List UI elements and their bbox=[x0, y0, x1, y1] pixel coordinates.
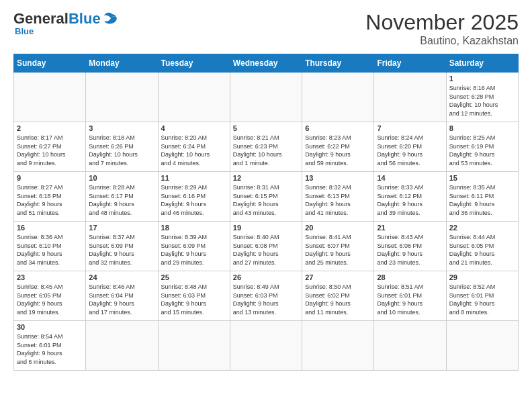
month-year-title: November 2025 bbox=[365, 10, 519, 35]
calendar-cell: 20Sunrise: 8:41 AM Sunset: 6:07 PM Dayli… bbox=[302, 222, 374, 271]
day-info: Sunrise: 8:45 AM Sunset: 6:05 PM Dayligh… bbox=[17, 283, 83, 316]
day-info: Sunrise: 8:44 AM Sunset: 6:05 PM Dayligh… bbox=[449, 233, 515, 267]
day-info: Sunrise: 8:33 AM Sunset: 6:12 PM Dayligh… bbox=[377, 183, 443, 217]
day-number: 9 bbox=[17, 174, 83, 182]
calendar-cell bbox=[302, 73, 374, 122]
day-number: 22 bbox=[449, 224, 515, 232]
day-number: 26 bbox=[233, 273, 299, 281]
calendar-cell: 24Sunrise: 8:46 AM Sunset: 6:04 PM Dayli… bbox=[86, 271, 158, 321]
col-friday: Friday bbox=[374, 54, 446, 73]
day-info: Sunrise: 8:36 AM Sunset: 6:10 PM Dayligh… bbox=[17, 233, 83, 267]
calendar-cell: 28Sunrise: 8:51 AM Sunset: 6:01 PM Dayli… bbox=[374, 271, 446, 321]
calendar-cell: 26Sunrise: 8:49 AM Sunset: 6:03 PM Dayli… bbox=[230, 271, 302, 321]
calendar-cell: 10Sunrise: 8:28 AM Sunset: 6:17 PM Dayli… bbox=[86, 172, 158, 222]
logo: General Blue Blue bbox=[13, 10, 122, 36]
calendar-header-row: Sunday Monday Tuesday Wednesday Thursday… bbox=[14, 54, 519, 73]
calendar-cell: 25Sunrise: 8:48 AM Sunset: 6:03 PM Dayli… bbox=[158, 271, 230, 321]
day-info: Sunrise: 8:50 AM Sunset: 6:02 PM Dayligh… bbox=[305, 283, 371, 316]
day-info: Sunrise: 8:31 AM Sunset: 6:15 PM Dayligh… bbox=[233, 183, 299, 217]
col-monday: Monday bbox=[86, 54, 158, 73]
day-number: 27 bbox=[305, 273, 371, 281]
location-subtitle: Bautino, Kazakhstan bbox=[365, 35, 519, 47]
day-info: Sunrise: 8:49 AM Sunset: 6:03 PM Dayligh… bbox=[233, 283, 299, 316]
day-number: 13 bbox=[305, 174, 371, 182]
day-info: Sunrise: 8:39 AM Sunset: 6:09 PM Dayligh… bbox=[161, 233, 227, 267]
calendar-cell: 12Sunrise: 8:31 AM Sunset: 6:15 PM Dayli… bbox=[230, 172, 302, 222]
calendar-cell: 23Sunrise: 8:45 AM Sunset: 6:05 PM Dayli… bbox=[14, 271, 86, 321]
day-number: 8 bbox=[449, 124, 515, 132]
day-number: 18 bbox=[161, 224, 227, 232]
logo-general: General bbox=[13, 10, 69, 28]
day-info: Sunrise: 8:37 AM Sunset: 6:09 PM Dayligh… bbox=[89, 233, 154, 267]
calendar-cell: 11Sunrise: 8:29 AM Sunset: 6:16 PM Dayli… bbox=[158, 172, 230, 222]
day-number: 7 bbox=[377, 124, 443, 132]
calendar-cell: 9Sunrise: 8:27 AM Sunset: 6:18 PM Daylig… bbox=[14, 172, 86, 222]
day-info: Sunrise: 8:20 AM Sunset: 6:24 PM Dayligh… bbox=[161, 134, 227, 167]
calendar-cell bbox=[86, 321, 158, 371]
day-number: 11 bbox=[161, 174, 227, 182]
day-number: 5 bbox=[233, 124, 299, 132]
day-info: Sunrise: 8:51 AM Sunset: 6:01 PM Dayligh… bbox=[377, 283, 443, 316]
col-sunday: Sunday bbox=[14, 54, 86, 73]
day-number: 15 bbox=[449, 174, 515, 182]
calendar-cell bbox=[14, 73, 86, 122]
day-number: 29 bbox=[449, 273, 515, 281]
calendar-cell: 13Sunrise: 8:32 AM Sunset: 6:13 PM Dayli… bbox=[302, 172, 374, 222]
calendar-cell: 3Sunrise: 8:18 AM Sunset: 6:26 PM Daylig… bbox=[86, 122, 158, 172]
logo-bird-icon bbox=[103, 11, 122, 26]
calendar-table: Sunday Monday Tuesday Wednesday Thursday… bbox=[13, 54, 519, 371]
day-number: 1 bbox=[449, 75, 515, 83]
calendar-cell: 14Sunrise: 8:33 AM Sunset: 6:12 PM Dayli… bbox=[374, 172, 446, 222]
calendar-cell: 1Sunrise: 8:16 AM Sunset: 6:28 PM Daylig… bbox=[446, 73, 518, 122]
calendar-cell: 2Sunrise: 8:17 AM Sunset: 6:27 PM Daylig… bbox=[14, 122, 86, 172]
day-info: Sunrise: 8:21 AM Sunset: 6:23 PM Dayligh… bbox=[233, 134, 299, 167]
day-number: 6 bbox=[305, 124, 371, 132]
logo-blue: Blue bbox=[69, 10, 101, 28]
day-number: 25 bbox=[161, 273, 227, 281]
calendar-cell bbox=[374, 321, 446, 371]
day-number: 16 bbox=[17, 224, 83, 232]
col-tuesday: Tuesday bbox=[158, 54, 230, 73]
calendar-cell: 18Sunrise: 8:39 AM Sunset: 6:09 PM Dayli… bbox=[158, 222, 230, 271]
calendar-cell bbox=[230, 321, 302, 371]
day-number: 10 bbox=[89, 174, 154, 182]
day-info: Sunrise: 8:28 AM Sunset: 6:17 PM Dayligh… bbox=[89, 183, 154, 217]
calendar-cell: 30Sunrise: 8:54 AM Sunset: 6:01 PM Dayli… bbox=[14, 321, 86, 371]
calendar-cell: 27Sunrise: 8:50 AM Sunset: 6:02 PM Dayli… bbox=[302, 271, 374, 321]
col-saturday: Saturday bbox=[446, 54, 518, 73]
day-info: Sunrise: 8:27 AM Sunset: 6:18 PM Dayligh… bbox=[17, 183, 83, 217]
calendar-cell bbox=[158, 73, 230, 122]
day-number: 14 bbox=[377, 174, 443, 182]
day-info: Sunrise: 8:48 AM Sunset: 6:03 PM Dayligh… bbox=[161, 283, 227, 316]
day-info: Sunrise: 8:25 AM Sunset: 6:19 PM Dayligh… bbox=[449, 134, 515, 167]
day-info: Sunrise: 8:43 AM Sunset: 6:06 PM Dayligh… bbox=[377, 233, 443, 267]
day-number: 20 bbox=[305, 224, 371, 232]
day-info: Sunrise: 8:32 AM Sunset: 6:13 PM Dayligh… bbox=[305, 183, 371, 217]
day-number: 2 bbox=[17, 124, 83, 132]
day-info: Sunrise: 8:35 AM Sunset: 6:11 PM Dayligh… bbox=[449, 183, 515, 217]
calendar-cell bbox=[86, 73, 158, 122]
calendar-cell: 21Sunrise: 8:43 AM Sunset: 6:06 PM Dayli… bbox=[374, 222, 446, 271]
day-number: 23 bbox=[17, 273, 83, 281]
calendar-cell: 8Sunrise: 8:25 AM Sunset: 6:19 PM Daylig… bbox=[446, 122, 518, 172]
calendar-cell bbox=[374, 73, 446, 122]
day-info: Sunrise: 8:16 AM Sunset: 6:28 PM Dayligh… bbox=[449, 84, 515, 118]
day-info: Sunrise: 8:17 AM Sunset: 6:27 PM Dayligh… bbox=[17, 134, 83, 167]
calendar-cell: 22Sunrise: 8:44 AM Sunset: 6:05 PM Dayli… bbox=[446, 222, 518, 271]
day-info: Sunrise: 8:18 AM Sunset: 6:26 PM Dayligh… bbox=[89, 134, 154, 167]
day-number: 17 bbox=[89, 224, 154, 232]
day-info: Sunrise: 8:54 AM Sunset: 6:01 PM Dayligh… bbox=[17, 332, 83, 366]
calendar-cell bbox=[158, 321, 230, 371]
day-info: Sunrise: 8:40 AM Sunset: 6:08 PM Dayligh… bbox=[233, 233, 299, 267]
day-number: 19 bbox=[233, 224, 299, 232]
title-block: November 2025 Bautino, Kazakhstan bbox=[365, 10, 519, 47]
calendar-cell: 17Sunrise: 8:37 AM Sunset: 6:09 PM Dayli… bbox=[86, 222, 158, 271]
calendar-cell: 19Sunrise: 8:40 AM Sunset: 6:08 PM Dayli… bbox=[230, 222, 302, 271]
day-number: 4 bbox=[161, 124, 227, 132]
day-info: Sunrise: 8:52 AM Sunset: 6:01 PM Dayligh… bbox=[449, 283, 515, 316]
calendar-cell: 4Sunrise: 8:20 AM Sunset: 6:24 PM Daylig… bbox=[158, 122, 230, 172]
day-info: Sunrise: 8:23 AM Sunset: 6:22 PM Dayligh… bbox=[305, 134, 371, 167]
header: General Blue Blue November 2025 Bautino,… bbox=[13, 10, 519, 47]
day-number: 30 bbox=[17, 323, 83, 331]
logo-subtitle: Blue bbox=[15, 26, 34, 36]
